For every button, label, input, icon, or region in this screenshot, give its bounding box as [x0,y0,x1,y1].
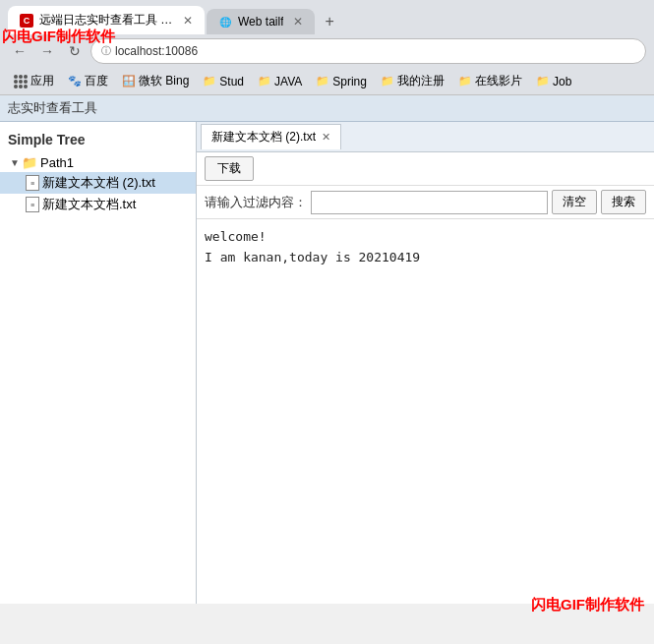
download-button[interactable]: 下载 [205,156,254,181]
content-area: welcome! I am kanan,today is 20210419 [197,219,654,604]
tab-1-close[interactable]: ✕ [183,14,193,28]
tree-file-1-label: 新建文本文档 (2).txt [42,174,155,192]
tab-1[interactable]: C 远端日志实时查看工具 Web-tail ... ✕ [8,6,205,34]
clear-button[interactable]: 清空 [552,190,597,214]
bookmark-movies-icon: 📁 [458,75,472,88]
bookmark-myregister-icon: 📁 [381,75,394,88]
back-button[interactable]: ← [8,39,31,63]
toolbar: 下载 [197,152,654,186]
tab-2[interactable]: 🌐 Web tailf ✕ [207,9,315,34]
content-tab-label: 新建文本文档 (2).txt [211,129,316,146]
tree-file-2-label: 新建文本文档.txt [42,196,136,213]
main-panel: 新建文本文档 (2).txt ✕ 下载 请输入过滤内容： 清空 搜索 welco… [197,122,654,604]
content-tab-active[interactable]: 新建文本文档 (2).txt ✕ [201,124,341,149]
bookmark-stud-icon: 📁 [203,75,216,88]
bookmark-spring-label: Spring [332,75,367,88]
bookmark-baidu[interactable]: 🐾 百度 [62,70,114,92]
filter-label: 请输入过滤内容： [205,194,307,211]
bookmark-bing-icon: 🪟 [122,75,136,88]
address-bar: ← → ↻ ⓘ localhost:10086 [0,34,654,68]
content-tab-close-icon[interactable]: ✕ [322,131,330,144]
bookmark-stud-label: Stud [219,75,244,88]
file-icon-1: ≡ [26,175,39,191]
bookmark-myregister[interactable]: 📁 我的注册 [375,70,450,92]
tab-2-label: Web tailf [238,15,283,29]
bookmark-bing[interactable]: 🪟 微软 Bing [116,70,195,92]
tab-2-close[interactable]: ✕ [293,15,303,29]
content-tabs-row: 新建文本文档 (2).txt ✕ [197,122,654,152]
tree-file-2[interactable]: ≡ 新建文本文档.txt [0,194,196,215]
bookmark-stud[interactable]: 📁 Stud [197,72,250,91]
content-line-1: welcome! [205,227,646,248]
filter-row: 请输入过滤内容： 清空 搜索 [197,186,654,219]
tab-1-favicon: C [20,14,33,28]
bookmark-job-label: Job [553,75,571,88]
bookmark-job[interactable]: 📁 Job [530,72,577,91]
bookmark-apps-label: 应用 [30,73,54,89]
app-content: 志实时查看工具 Simple Tree ▼ 📁 Path1 ≡ 新建文本文档 (… [0,95,654,604]
tab-bar: C 远端日志实时查看工具 Web-tail ... ✕ 🌐 Web tailf … [0,0,654,34]
filter-input[interactable] [311,191,548,214]
refresh-button[interactable]: ↻ [63,39,87,63]
browser-chrome: 闪电GIF制作软件 C 远端日志实时查看工具 Web-tail ... ✕ 🌐 … [0,0,654,95]
bookmark-job-icon: 📁 [536,75,550,88]
url-text: localhost:10086 [115,44,635,58]
bookmark-baidu-icon: 🐾 [68,75,82,88]
content-line-2: I am kanan,today is 20210419 [205,248,646,268]
bookmark-bing-label: 微软 Bing [139,73,189,89]
tree-file-1[interactable]: ≡ 新建文本文档 (2).txt [0,172,196,194]
new-tab-button[interactable]: + [317,9,341,34]
app-header: 志实时查看工具 [0,95,654,122]
bookmark-movies[interactable]: 📁 在线影片 [452,70,528,92]
bookmarks-bar: 应用 🐾 百度 🪟 微软 Bing 📁 Stud 📁 JAVA 📁 Spring… [0,68,654,95]
tab-2-favicon: 🌐 [218,15,232,29]
bookmark-java[interactable]: 📁 JAVA [252,72,308,91]
file-icon-2: ≡ [26,197,39,212]
forward-button[interactable]: → [35,39,59,63]
tree-folder-label: Path1 [40,155,74,170]
bookmark-apps[interactable]: 应用 [8,70,60,92]
bookmark-java-label: JAVA [274,75,302,88]
sidebar-title: Simple Tree [0,126,196,153]
apps-grid-icon [14,75,28,88]
bookmark-spring[interactable]: 📁 Spring [310,72,373,91]
folder-icon: 📁 [22,155,37,170]
folder-expand-icon[interactable]: ▼ [8,156,22,170]
main-layout: Simple Tree ▼ 📁 Path1 ≡ 新建文本文档 (2).txt ≡… [0,122,654,604]
bookmark-myregister-label: 我的注册 [397,73,445,89]
bookmark-baidu-label: 百度 [85,73,108,89]
url-bar[interactable]: ⓘ localhost:10086 [90,38,646,64]
tree-folder-path1[interactable]: ▼ 📁 Path1 [0,153,196,172]
search-button[interactable]: 搜索 [601,190,646,214]
tab-1-label: 远端日志实时查看工具 Web-tail ... [39,12,173,29]
bookmark-java-icon: 📁 [258,75,271,88]
bookmark-spring-icon: 📁 [316,75,329,88]
bookmark-movies-label: 在线影片 [475,73,522,89]
lock-icon: ⓘ [101,44,111,58]
sidebar: Simple Tree ▼ 📁 Path1 ≡ 新建文本文档 (2).txt ≡… [0,122,197,604]
